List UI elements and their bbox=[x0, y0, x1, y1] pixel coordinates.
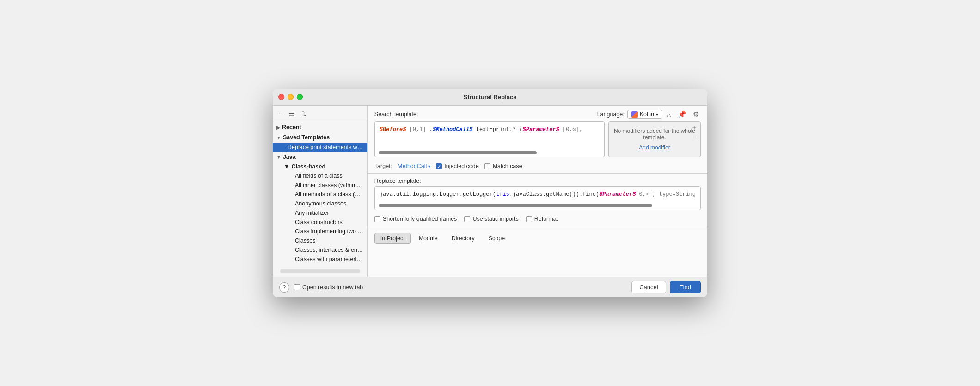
scope-section: In Project Module Directory Scope bbox=[368, 229, 707, 248]
replace-scrollbar[interactable] bbox=[379, 204, 652, 207]
search-template-code: $Before$ [0,1] .$MethodCall$ text=print.… bbox=[375, 122, 604, 149]
sort-button[interactable]: ⇅ bbox=[300, 109, 308, 118]
tree-item-5[interactable]: Class constructors bbox=[273, 218, 368, 227]
search-label: Search template: bbox=[374, 111, 418, 118]
scope-tab-scope[interactable]: Scope bbox=[483, 233, 511, 244]
tree-item-7[interactable]: Classes bbox=[273, 236, 368, 245]
kotlin-icon bbox=[631, 111, 638, 118]
replace-code-suffix: [0,∞], type=String bbox=[636, 191, 696, 198]
replace-header: Replace template: bbox=[368, 174, 707, 186]
replace-template-input[interactable]: java.util.logging.Logger.getLogger(this.… bbox=[374, 186, 701, 210]
tree-item-6[interactable]: Class implementing two interfaces bbox=[273, 227, 368, 236]
selected-template-item[interactable]: Replace print statements with logger bbox=[273, 143, 368, 152]
tree-item-8[interactable]: Classes, interfaces & enums bbox=[273, 245, 368, 255]
collapse-all-button[interactable]: − bbox=[276, 109, 284, 118]
expand-all-button[interactable]: ⚌ bbox=[287, 108, 297, 119]
bottom-right: Cancel Find bbox=[631, 281, 701, 293]
replace-code-prefix: java.util.logging.Logger.getLogger( bbox=[380, 191, 496, 198]
match-case-checkbox[interactable]: Match case bbox=[484, 163, 522, 169]
modifier-remove-icon[interactable]: － bbox=[691, 133, 698, 141]
close-button[interactable] bbox=[278, 94, 284, 100]
help-button[interactable]: ? bbox=[279, 282, 289, 293]
scope-tabs: In Project Module Directory Scope bbox=[374, 233, 701, 244]
target-label: Target: bbox=[374, 163, 392, 169]
language-dropdown[interactable]: Kotlin ▾ bbox=[627, 110, 662, 119]
window-controls bbox=[278, 94, 303, 100]
tree-item-3[interactable]: Anonymous classes bbox=[273, 199, 368, 208]
reformat-cb-indicator bbox=[526, 216, 532, 222]
class-based-arrow-icon: ▼ bbox=[284, 163, 289, 170]
open-results-checkbox[interactable]: Open results in new tab bbox=[294, 284, 363, 291]
tree-scrollbar[interactable] bbox=[280, 269, 360, 273]
search-header: Search template: Language: Kotlin ▾ ⏢ 📌 … bbox=[368, 106, 707, 121]
language-chevron-icon: ▾ bbox=[656, 112, 658, 117]
replace-code-this: this bbox=[496, 191, 509, 198]
replace-label: Replace template: bbox=[374, 178, 421, 184]
find-button[interactable]: Find bbox=[670, 281, 701, 293]
scope-tab-in-project[interactable]: In Project bbox=[374, 233, 411, 244]
add-modifier-link[interactable]: Add modifier bbox=[639, 144, 670, 151]
injected-code-cb-indicator: ✓ bbox=[436, 163, 442, 169]
dialog-title: Structural Replace bbox=[464, 93, 517, 100]
match-case-label: Match case bbox=[493, 163, 522, 169]
injected-code-checkbox[interactable]: ✓ Injected code bbox=[436, 163, 478, 169]
search-scrollbar[interactable] bbox=[379, 151, 537, 154]
open-results-label: Open results in new tab bbox=[302, 284, 363, 291]
match-case-cb-indicator bbox=[484, 163, 490, 169]
recent-group[interactable]: ▶ Recent bbox=[273, 122, 368, 132]
reformat-label: Reformat bbox=[534, 216, 558, 222]
title-bar: Structural Replace bbox=[273, 89, 707, 106]
scope-tab-module[interactable]: Module bbox=[413, 233, 444, 244]
target-chevron-icon: ▾ bbox=[428, 164, 430, 169]
static-imports-checkbox[interactable]: Use static imports bbox=[464, 216, 518, 222]
saved-templates-label: Saved Templates bbox=[283, 134, 330, 141]
settings-button[interactable]: ⚙ bbox=[691, 109, 701, 119]
range1: [0,1] bbox=[410, 126, 429, 133]
pin-button[interactable]: 📌 bbox=[676, 109, 688, 119]
before-var: $Before$ bbox=[380, 126, 406, 133]
right-panel: Search template: Language: Kotlin ▾ ⏢ 📌 … bbox=[368, 106, 707, 277]
language-selector: Language: Kotlin ▾ ⏢ 📌 ⚙ bbox=[597, 109, 701, 119]
bottom-bar: ? Open results in new tab Cancel Find bbox=[273, 277, 707, 297]
replace-options: Shorten fully qualified names Use static… bbox=[368, 213, 707, 225]
maximize-button[interactable] bbox=[297, 94, 303, 100]
replace-param-var: $Parameter$ bbox=[599, 191, 636, 198]
tree-item-0[interactable]: All fields of a class bbox=[273, 171, 368, 181]
java-arrow-icon: ▼ bbox=[276, 155, 281, 160]
recent-arrow-icon: ▶ bbox=[276, 125, 280, 130]
shorten-names-checkbox[interactable]: Shorten fully qualified names bbox=[374, 216, 457, 222]
target-dropdown[interactable]: MethodCall ▾ bbox=[398, 163, 430, 169]
modifier-hint: No modifiers added for the whole templat… bbox=[613, 128, 696, 141]
recent-label: Recent bbox=[282, 124, 301, 131]
modifier-add-icon[interactable]: ＋ bbox=[691, 124, 698, 132]
saved-templates-arrow-icon: ▼ bbox=[276, 135, 281, 140]
text-filter: text=print.* bbox=[476, 126, 520, 133]
scope-tab-directory[interactable]: Directory bbox=[446, 233, 481, 244]
filter-button[interactable]: ⏢ bbox=[665, 110, 673, 119]
java-group[interactable]: ▼ Java bbox=[273, 152, 368, 162]
replace-template-code: java.util.logging.Logger.getLogger(this.… bbox=[375, 187, 700, 202]
static-imports-cb-indicator bbox=[464, 216, 470, 222]
static-imports-label: Use static imports bbox=[472, 216, 518, 222]
minimize-button[interactable] bbox=[288, 94, 294, 100]
search-template-area: $Before$ [0,1] .$MethodCall$ text=print.… bbox=[374, 121, 701, 157]
search-section: Search template: Language: Kotlin ▾ ⏢ 📌 … bbox=[368, 106, 707, 174]
tree-item-4[interactable]: Any initializer bbox=[273, 208, 368, 218]
main-content: − ⚌ ⇅ ▶ Recent ▼ Saved Templates Replace… bbox=[273, 106, 707, 277]
tree-item-2[interactable]: All methods of a class (within hierarc bbox=[273, 190, 368, 199]
class-based-group[interactable]: ▼ Class-based bbox=[273, 162, 368, 171]
injected-code-label: Injected code bbox=[444, 163, 478, 169]
saved-templates-group[interactable]: ▼ Saved Templates bbox=[273, 132, 368, 143]
class-based-label: Class-based bbox=[291, 163, 325, 170]
reformat-checkbox[interactable]: Reformat bbox=[526, 216, 558, 222]
bottom-left: ? Open results in new tab bbox=[279, 282, 363, 293]
target-bar: Target: MethodCall ▾ ✓ Injected code Mat… bbox=[368, 160, 707, 173]
shorten-names-label: Shorten fully qualified names bbox=[383, 216, 457, 222]
paren-open: ( bbox=[519, 126, 522, 133]
method-call-var: .$MethodCall$ bbox=[429, 126, 473, 133]
tree-item-1[interactable]: All inner classes (within hierarchy) bbox=[273, 181, 368, 190]
tree-item-9[interactable]: Classes with parameterless construc bbox=[273, 255, 368, 264]
search-template-input[interactable]: $Before$ [0,1] .$MethodCall$ text=print.… bbox=[374, 121, 605, 157]
left-panel: − ⚌ ⇅ ▶ Recent ▼ Saved Templates Replace… bbox=[273, 106, 368, 277]
cancel-button[interactable]: Cancel bbox=[631, 281, 666, 293]
